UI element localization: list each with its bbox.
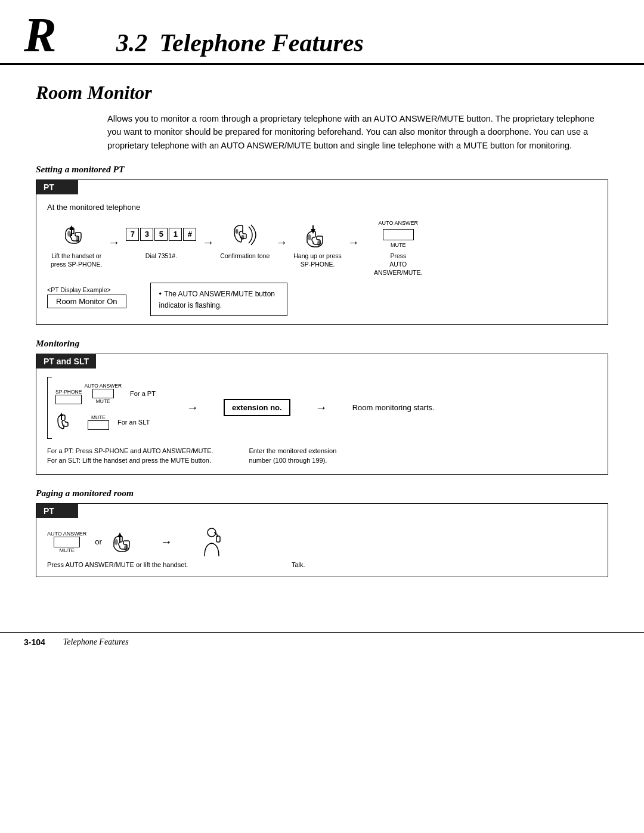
sp-phone-button xyxy=(55,395,82,404)
section-paging-title: Paging a monitored room xyxy=(36,488,608,498)
slt-mute-button xyxy=(88,420,109,430)
arrow-1: → xyxy=(108,236,120,260)
svg-rect-11 xyxy=(61,416,62,420)
diagram-paging-header: PT xyxy=(36,504,78,518)
svg-point-5 xyxy=(241,235,244,240)
auto-answer-group: AUTO ANSWER MUTE xyxy=(84,383,122,404)
step-confirmation-tone: Confirmation tone xyxy=(216,219,273,261)
section-setting-title: Setting a monitored PT xyxy=(36,164,608,175)
dial-key-hash: # xyxy=(183,228,196,241)
auto-answer-label: AUTO ANSWER xyxy=(379,220,418,227)
extension-box: extension no. xyxy=(224,399,290,416)
dial-caption: Dial 7351#. xyxy=(145,252,177,261)
header-title: Telephone Features xyxy=(159,29,364,60)
svg-point-9 xyxy=(317,240,321,246)
paging-auto-answer-label: AUTO ANSWER xyxy=(47,531,86,537)
slt-handset-icon xyxy=(55,411,82,433)
talk-caption: Talk. xyxy=(292,561,305,568)
paging-step1: AUTO ANSWER MUTE or xyxy=(47,530,137,554)
at-monitored-telephone-label: At the monitored telephone xyxy=(47,203,597,212)
header-section-number: 3.2 xyxy=(116,29,148,60)
svg-point-14 xyxy=(114,539,118,545)
page-content: Room Monitor Allows you to monitor a roo… xyxy=(0,65,644,614)
bracket-inner: SP-PHONE AUTO ANSWER MUTE For xyxy=(52,377,162,439)
diagram-setting-header: PT xyxy=(36,180,78,194)
footer-page-number: 3-104 xyxy=(24,637,45,647)
conf-tone-caption: Confirmation tone xyxy=(220,252,270,261)
display-example: <PT Display Example> Room Monitor On xyxy=(47,286,126,308)
arrow-paging: → xyxy=(160,535,172,549)
talk-icon xyxy=(196,527,227,558)
diagram-monitoring-body: SP-PHONE AUTO ANSWER MUTE For xyxy=(36,368,608,474)
mute-label: MUTE xyxy=(391,242,406,249)
step-lift-handset: Lift the handset or press SP-PHONE. xyxy=(47,219,106,268)
paging-row: AUTO ANSWER MUTE or → xyxy=(47,527,597,558)
press-caption: Press AUTO ANSWER/MUTE. xyxy=(366,252,431,277)
dial-key-3: 3 xyxy=(140,228,153,241)
dial-key-7: 7 xyxy=(126,228,139,241)
arrow-4: → xyxy=(348,236,360,260)
svg-point-2 xyxy=(67,231,71,237)
paging-auto-answer-button xyxy=(54,537,80,547)
paging-mute-label: MUTE xyxy=(59,547,75,553)
slt-mute-label: MUTE xyxy=(91,414,106,420)
or-text: or xyxy=(95,537,102,546)
arrow-mon-1: → xyxy=(187,401,199,414)
mute-mon-label: MUTE xyxy=(96,398,110,404)
paging-captions: Press AUTO ANSWER/MUTE or lift the hands… xyxy=(47,561,597,568)
intro-text: Allows you to monitor a room through a p… xyxy=(107,112,608,152)
info-text: The AUTO ANSWER/MUTE button indicator is… xyxy=(159,290,275,309)
diagram-paging-body: AUTO ANSWER MUTE or → xyxy=(36,518,608,577)
note-slt: For an SLT: Lift the handset and press t… xyxy=(47,456,213,466)
for-slt-label: For an SLT xyxy=(117,419,150,426)
auto-answer-mute-group: AUTO ANSWER MUTE xyxy=(379,220,418,249)
for-pt-row: SP-PHONE AUTO ANSWER MUTE For xyxy=(55,383,156,404)
extension-group: extension no. xyxy=(224,399,290,416)
press-caption: Press AUTO ANSWER/MUTE or lift the hands… xyxy=(47,561,238,568)
handset-lift-icon xyxy=(61,221,92,248)
header-subtitle: 3.2 Telephone Features xyxy=(69,29,620,60)
page-header: R 3.2 Telephone Features xyxy=(0,0,644,65)
dial-key-1: 1 xyxy=(169,228,182,241)
note-enter: Enter the monitored extension number (10… xyxy=(249,446,337,466)
dial-key-5: 5 xyxy=(154,228,168,241)
display-example-label: <PT Display Example> xyxy=(47,286,126,293)
display-screen: Room Monitor On xyxy=(47,295,126,308)
footer-title: Telephone Features xyxy=(63,637,129,647)
talk-group xyxy=(196,527,227,558)
paging-auto-answer-group: AUTO ANSWER MUTE xyxy=(47,531,86,553)
auto-answer-mon-label: AUTO ANSWER xyxy=(84,383,122,389)
slt-mute-group: MUTE xyxy=(88,414,109,430)
pt-buttons-group: SP-PHONE AUTO ANSWER MUTE xyxy=(55,383,122,404)
diagram-setting-body: At the monitored telephone xyxy=(36,194,608,324)
sp-phone-group: SP-PHONE xyxy=(55,389,82,404)
step-lift-caption: Lift the handset or press SP-PHONE. xyxy=(51,252,102,268)
for-slt-row: MUTE For an SLT xyxy=(55,411,156,433)
diagram-monitoring: PT and SLT SP-PHONE xyxy=(36,354,608,475)
note-pt-slt: For a PT: Press SP-PHONE and AUTO ANSWER… xyxy=(47,446,213,466)
diagram-paging: PT AUTO ANSWER MUTE or xyxy=(36,503,608,577)
diagram-monitoring-header: PT and SLT xyxy=(36,354,96,368)
phone-ringing-icon xyxy=(232,221,258,248)
svg-rect-17 xyxy=(216,536,220,542)
room-monitoring-starts: Room monitoring starts. xyxy=(352,402,435,414)
section-monitoring-title: Monitoring xyxy=(36,338,608,349)
bracket-left xyxy=(47,377,52,439)
hangup-caption: Hang up or press SP-PHONE. xyxy=(293,252,342,268)
step-dial: 7 3 5 1 # Dial 7351#. xyxy=(122,219,200,261)
hangup-icon xyxy=(302,221,333,248)
svg-rect-1 xyxy=(71,230,72,236)
paging-handset-icon xyxy=(110,530,137,554)
step-press-auto-answer: AUTO ANSWER MUTE Press AUTO ANSWER/MUTE. xyxy=(362,219,435,277)
bottom-row-setting: <PT Display Example> Room Monitor On •Th… xyxy=(47,283,597,316)
auto-answer-mon-button xyxy=(92,389,114,398)
note-pt: For a PT: Press SP-PHONE and AUTO ANSWER… xyxy=(47,446,213,456)
svg-point-8 xyxy=(308,234,311,240)
arrow-mon-2: → xyxy=(315,401,327,414)
auto-answer-button xyxy=(383,229,414,240)
for-pt-label: For a PT xyxy=(130,390,156,397)
dial-keys: 7 3 5 1 # xyxy=(126,228,196,241)
bracket-group-outer: SP-PHONE AUTO ANSWER MUTE For xyxy=(47,377,162,439)
monitoring-notes: For a PT: Press SP-PHONE and AUTO ANSWER… xyxy=(47,444,597,466)
footer: 3-104 Telephone Features xyxy=(0,632,644,652)
